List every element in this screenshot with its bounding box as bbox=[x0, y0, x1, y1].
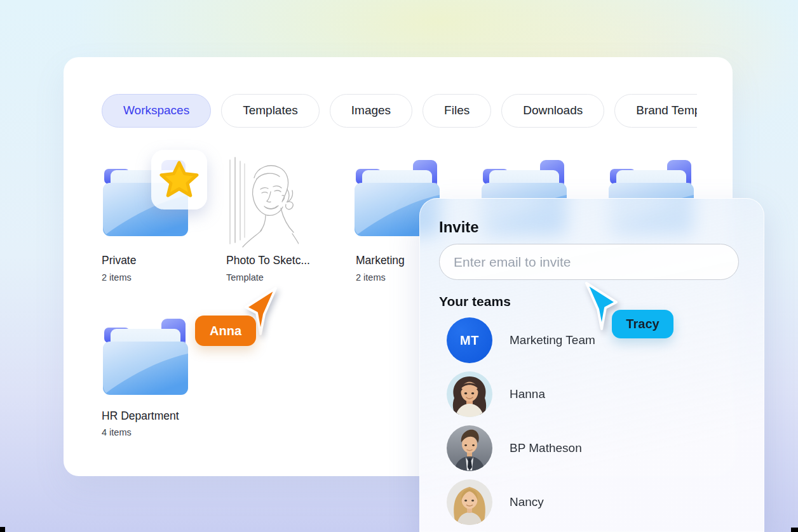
folder-name: Private bbox=[102, 254, 136, 267]
category-tab-bar: Workspaces Templates Images Files Downlo… bbox=[102, 94, 697, 128]
tab-downloads[interactable]: Downloads bbox=[501, 94, 604, 128]
favorite-star-badge[interactable] bbox=[151, 150, 207, 209]
app-canvas: Workspaces Templates Images Files Downlo… bbox=[0, 0, 798, 532]
star-icon bbox=[159, 159, 200, 200]
team-name: Hanna bbox=[510, 387, 545, 401]
tab-files[interactable]: Files bbox=[423, 94, 491, 128]
folder-icon bbox=[102, 319, 189, 396]
team-row-bp-matheson[interactable]: BP Matheson bbox=[447, 425, 595, 471]
folder-name: HR Department bbox=[102, 409, 179, 423]
invite-email-input[interactable] bbox=[439, 244, 739, 280]
template-type: Template bbox=[226, 272, 264, 283]
folder-tile-hr-department[interactable] bbox=[102, 319, 189, 396]
your-teams-heading: Your teams bbox=[439, 294, 511, 309]
tab-brand-templates[interactable]: Brand Templates bbox=[614, 94, 697, 128]
tab-workspaces[interactable]: Workspaces bbox=[102, 94, 211, 128]
folder-item-count: 2 items bbox=[356, 272, 386, 283]
folder-name: Marketing bbox=[356, 254, 405, 267]
team-name: Marketing Team bbox=[510, 333, 595, 347]
tab-templates[interactable]: Templates bbox=[221, 94, 320, 128]
template-tile-photo-to-sketch[interactable] bbox=[224, 156, 299, 248]
invite-title: Invite bbox=[439, 218, 479, 236]
team-row-hanna[interactable]: Hanna bbox=[447, 371, 595, 417]
screenshot-corner-artifact bbox=[0, 527, 5, 532]
invite-panel: Invite Your teams MT Marketing Team bbox=[419, 198, 764, 532]
hanna-avatar bbox=[447, 371, 492, 417]
team-name: Nancy bbox=[510, 495, 544, 509]
team-row-nancy[interactable]: Nancy bbox=[447, 479, 595, 525]
tab-images[interactable]: Images bbox=[330, 94, 412, 128]
folder-item-count: 2 items bbox=[102, 272, 132, 283]
bp-matheson-avatar bbox=[447, 425, 492, 471]
team-list: MT Marketing Team bbox=[447, 317, 595, 532]
folder-item-count: 4 items bbox=[102, 427, 132, 437]
nancy-avatar bbox=[447, 479, 492, 525]
anna-cursor-label: Anna bbox=[195, 316, 256, 346]
template-name: Photo To Sketc... bbox=[226, 254, 310, 267]
team-row-marketing-team[interactable]: MT Marketing Team bbox=[447, 317, 595, 363]
sketch-portrait-thumbnail bbox=[224, 156, 299, 248]
tracy-cursor-label: Tracy bbox=[612, 310, 673, 338]
team-name: BP Matheson bbox=[510, 441, 582, 455]
screenshot-corner-artifact bbox=[791, 528, 798, 532]
marketing-team-avatar: MT bbox=[447, 317, 492, 363]
